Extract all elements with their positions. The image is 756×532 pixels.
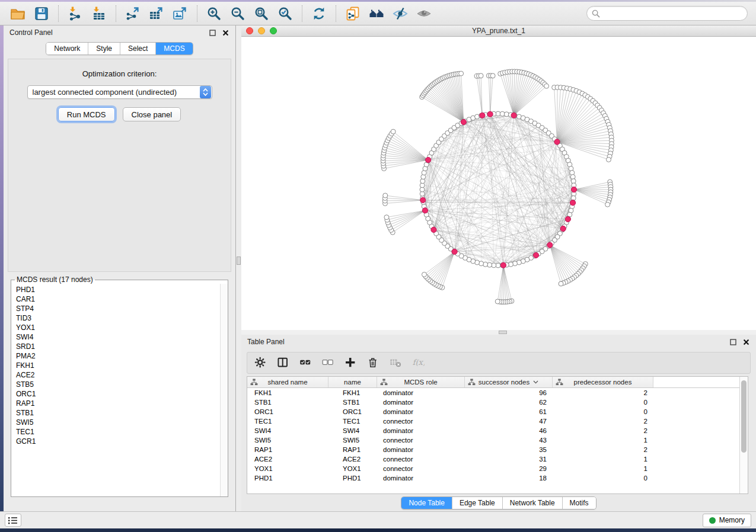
close-panel-button[interactable]: Close panel (123, 107, 181, 121)
close-table-panel-icon[interactable] (742, 338, 750, 346)
first-neighbors-button[interactable] (368, 5, 385, 23)
open-session-icon (10, 6, 25, 21)
table-row[interactable]: TEC1TEC1connector472 (247, 416, 739, 426)
table-row[interactable]: RAP1RAP1dominator352 (247, 445, 739, 454)
open-session-button[interactable] (9, 5, 27, 23)
app-window: Control Panel NetworkStyleSelectMCDS Opt… (0, 0, 756, 532)
import-table-button[interactable] (90, 5, 108, 23)
hide-selected-button[interactable] (391, 5, 409, 23)
show-all-icon (416, 6, 432, 21)
result-node-item[interactable]: RAP1 (16, 399, 220, 408)
attribute-settings-button[interactable] (253, 356, 267, 370)
duplicate-network-button[interactable] (344, 5, 362, 23)
tab-select[interactable]: Select (120, 43, 156, 55)
tab-network[interactable]: Network (46, 43, 88, 55)
cell-predecessor-nodes: 1 (553, 465, 653, 472)
tab-network-table[interactable]: Network Table (503, 497, 563, 509)
result-node-item[interactable]: STB5 (16, 380, 220, 389)
table-row[interactable]: ORC1ORC1dominator610 (247, 407, 739, 416)
result-node-item[interactable]: SWI5 (16, 418, 220, 427)
table-row[interactable]: FKH1FKH1dominator962 (247, 388, 739, 398)
column-header-name[interactable]: name (328, 377, 377, 387)
deselect-all-button[interactable] (321, 356, 335, 370)
result-node-item[interactable]: SRD1 (16, 342, 220, 351)
result-node-item[interactable]: FKH1 (16, 361, 220, 370)
result-node-item[interactable]: GCR1 (16, 437, 220, 446)
toggle-columns-button[interactable] (276, 356, 290, 370)
show-all-button[interactable] (415, 5, 433, 23)
zoom-in-button[interactable] (205, 5, 223, 23)
tab-edge-table[interactable]: Edge Table (452, 497, 503, 509)
import-network-button[interactable] (66, 5, 84, 23)
float-panel-icon[interactable] (209, 29, 216, 37)
cell-shared-name: FKH1 (247, 389, 328, 396)
float-table-panel-icon[interactable] (729, 338, 737, 346)
memory-button[interactable]: Memory (703, 514, 751, 527)
result-node-item[interactable]: PHD1 (16, 285, 220, 294)
result-node-item[interactable]: STP4 (16, 304, 220, 313)
result-node-item[interactable]: ACE2 (16, 370, 220, 380)
result-node-item[interactable]: ORC1 (16, 389, 220, 399)
select-all-button[interactable] (298, 356, 312, 370)
result-node-item[interactable]: CAR1 (16, 294, 220, 304)
tab-style[interactable]: Style (88, 43, 120, 55)
result-node-item[interactable]: YOX1 (16, 323, 220, 332)
run-mcds-button[interactable]: Run MCDS (58, 107, 115, 121)
table-row[interactable]: SWI5SWI5connector431 (247, 435, 739, 445)
search-input[interactable] (600, 9, 747, 18)
horizontal-splitter[interactable] (241, 330, 756, 335)
result-node-item[interactable]: STB1 (16, 408, 220, 418)
table-row[interactable]: SWI4SWI4dominator462 (247, 426, 739, 435)
zoom-selected-button[interactable] (276, 5, 294, 23)
mcds-result-group: MCDS result (17 nodes) PHD1CAR1STP4TID3Y… (11, 275, 228, 497)
result-node-item[interactable]: TEC1 (16, 427, 220, 437)
panel-menu-button[interactable] (5, 514, 21, 527)
result-node-item[interactable]: PMA2 (16, 351, 220, 361)
cell-predecessor-nodes: 2 (553, 427, 653, 434)
cell-shared-name: PHD1 (247, 475, 328, 482)
tab-node-table[interactable]: Node Table (401, 497, 452, 509)
window-zoom-icon[interactable] (270, 27, 277, 34)
refresh-view-button[interactable] (310, 5, 328, 23)
mcds-result-list[interactable]: PHD1CAR1STP4TID3YOX1SWI4SRD1PMA2FKH1ACE2… (11, 284, 220, 496)
window-close-icon[interactable] (246, 27, 253, 34)
table-row[interactable]: YOX1YOX1connector291 (247, 464, 739, 473)
export-table-icon (149, 6, 164, 21)
column-header-shared-name[interactable]: shared name (247, 377, 328, 387)
create-column-button[interactable] (343, 356, 358, 370)
network-canvas[interactable] (241, 37, 756, 330)
tab-motifs[interactable]: Motifs (563, 497, 596, 509)
save-session-button[interactable] (33, 5, 50, 23)
optimization-criterion-select[interactable]: largest connected component (undirected) (27, 85, 212, 99)
export-table-button[interactable] (148, 5, 165, 23)
result-node-item[interactable]: TID3 (16, 313, 220, 323)
result-node-item[interactable]: SWI4 (16, 332, 220, 342)
network-graph[interactable] (241, 37, 756, 330)
vertical-splitter[interactable] (236, 25, 241, 511)
cell-successor-nodes: 29 (465, 465, 553, 472)
search-field[interactable] (586, 6, 748, 21)
cell-predecessor-nodes: 1 (553, 437, 653, 444)
table-row[interactable]: ACE2ACE2connector311 (247, 454, 739, 464)
cell-shared-name: YOX1 (247, 465, 328, 472)
table-row[interactable]: PHD1PHD1dominator180 (247, 473, 739, 483)
table-scrollbar[interactable] (739, 377, 748, 493)
result-list-scrollbar[interactable] (220, 284, 228, 496)
toolbar-separator (116, 5, 116, 22)
toolbar-separator (336, 5, 336, 22)
cell-shared-name: ORC1 (247, 408, 328, 415)
export-image-button[interactable] (171, 5, 189, 23)
column-header-MCDS-role[interactable]: MCDS role (377, 377, 465, 387)
table-row[interactable]: STB1STB1dominator620 (247, 398, 739, 407)
column-header-predecessor-nodes[interactable]: predecessor nodes (553, 377, 653, 387)
tab-mcds[interactable]: MCDS (156, 43, 192, 55)
zoom-out-button[interactable] (229, 5, 247, 23)
delete-column-button[interactable] (366, 356, 380, 370)
column-header-successor-nodes[interactable]: successor nodes (465, 377, 553, 387)
window-minimize-icon[interactable] (258, 27, 265, 34)
close-panel-icon[interactable] (222, 29, 229, 37)
zoom-fit-button[interactable] (253, 5, 270, 23)
cell-successor-nodes: 62 (465, 399, 553, 406)
mcds-settings-panel: Optimization criterion: largest connecte… (8, 59, 231, 272)
export-network-button[interactable] (124, 5, 142, 23)
